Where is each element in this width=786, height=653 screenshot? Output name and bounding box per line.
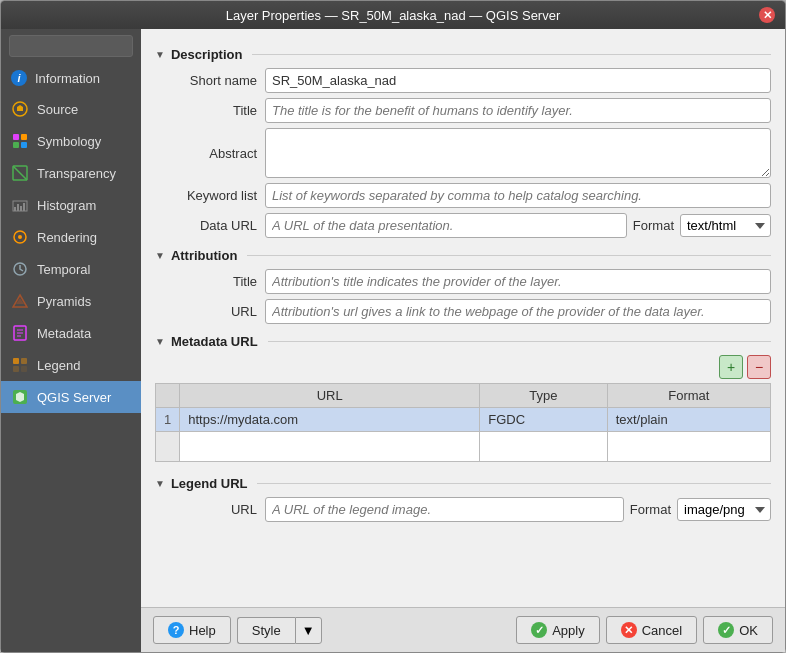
svg-rect-16 [21,366,27,372]
data-url-input[interactable] [265,213,627,238]
title-row: Title [155,98,771,123]
sidebar-item-source[interactable]: Source [1,93,141,125]
sidebar-item-transparency[interactable]: Transparency [1,157,141,189]
sidebar-item-histogram[interactable]: Histogram [1,189,141,221]
close-button[interactable]: ✕ [759,7,775,23]
sidebar-item-symbology[interactable]: Symbology [1,125,141,157]
description-title-input[interactable] [265,98,771,123]
panel-content: ▼ Description Short name Title Abstract [141,29,785,607]
histogram-icon [11,196,29,214]
description-collapse-icon[interactable]: ▼ [155,49,165,60]
metadata-url-section-header: ▼ Metadata URL [155,334,771,349]
description-title-label: Title [155,103,265,118]
sidebar-item-rendering-label: Rendering [37,230,97,245]
sidebar-item-temporal-label: Temporal [37,262,90,277]
legend-url-section-title: Legend URL [171,476,248,491]
sidebar-item-symbology-label: Symbology [37,134,101,149]
bottom-bar: ? Help Style ▼ ✓ Apply [141,607,785,652]
row-num-1: 1 [156,408,180,432]
abstract-input[interactable] [265,128,771,178]
apply-button[interactable]: ✓ Apply [516,616,600,644]
source-icon [11,100,29,118]
layer-properties-window: Layer Properties — SR_50M_alaska_nad — Q… [0,0,786,653]
legend-url-format-label: Format [630,502,671,517]
help-button[interactable]: ? Help [153,616,231,644]
data-url-row: Data URL Format text/html text/plain ima… [155,213,771,238]
right-panel: ▼ Description Short name Title Abstract [141,29,785,652]
legend-url-divider [257,483,771,484]
metadata-url-divider [268,341,771,342]
legend-url-format-select[interactable]: image/png image/jpeg text/html [677,498,771,521]
description-divider [252,54,771,55]
sidebar-item-qgis-server-label: QGIS Server [37,390,111,405]
table-row[interactable]: 1 https://mydata.com FGDC text/plain [156,408,771,432]
style-arrow-button[interactable]: ▼ [295,617,322,644]
col-rownum [156,384,180,408]
legend-url-input[interactable] [265,497,624,522]
sidebar-item-temporal[interactable]: Temporal [1,253,141,285]
ok-icon: ✓ [718,622,734,638]
keyword-list-label: Keyword list [155,188,265,203]
sidebar-item-transparency-label: Transparency [37,166,116,181]
description-section-title: Description [171,47,243,62]
qgis-server-icon [11,388,29,406]
attribution-url-label: URL [155,304,265,319]
keyword-list-input[interactable] [265,183,771,208]
data-url-format-select[interactable]: text/html text/plain image/png [680,214,771,237]
remove-metadata-url-button[interactable]: − [747,355,771,379]
titlebar: Layer Properties — SR_50M_alaska_nad — Q… [1,1,785,29]
sidebar-item-source-label: Source [37,102,78,117]
sidebar-item-pyramids[interactable]: Pyramids [1,285,141,317]
search-input[interactable] [9,35,133,57]
legend-icon [11,356,29,374]
metadata-url-section-title: Metadata URL [171,334,258,349]
row-format-1: text/plain [607,408,770,432]
data-url-label: Data URL [155,218,265,233]
legend-url-row: URL Format image/png image/jpeg text/htm… [155,497,771,522]
ok-label: OK [739,623,758,638]
metadata-url-collapse-icon[interactable]: ▼ [155,336,165,347]
metadata-icon [11,324,29,342]
svg-rect-4 [21,142,27,148]
col-format-header: Format [607,384,770,408]
legend-url-label: URL [155,502,265,517]
attribution-title-label: Title [155,274,265,289]
help-icon: ? [168,622,184,638]
symbology-icon [11,132,29,150]
sidebar-item-legend[interactable]: Legend [1,349,141,381]
abstract-label: Abstract [155,146,265,161]
temporal-icon [11,260,29,278]
col-url-header: URL [180,384,480,408]
information-icon: i [11,70,27,86]
sidebar-item-information[interactable]: i Information [1,63,141,93]
sidebar-item-histogram-label: Histogram [37,198,96,213]
rendering-icon [11,228,29,246]
sidebar-item-metadata[interactable]: Metadata [1,317,141,349]
cancel-button[interactable]: ✕ Cancel [606,616,697,644]
style-dropdown: Style ▼ [237,616,322,644]
short-name-input[interactable] [265,68,771,93]
description-section-header: ▼ Description [155,47,771,62]
sidebar-item-rendering[interactable]: Rendering [1,221,141,253]
sidebar-item-qgis-server[interactable]: QGIS Server [1,381,141,413]
short-name-row: Short name [155,68,771,93]
help-label: Help [189,623,216,638]
bottom-left-buttons: ? Help Style ▼ [153,616,322,644]
legend-url-collapse-icon[interactable]: ▼ [155,478,165,489]
attribution-url-input[interactable] [265,299,771,324]
attribution-collapse-icon[interactable]: ▼ [155,250,165,261]
row-url-1: https://mydata.com [180,408,480,432]
attribution-url-row: URL [155,299,771,324]
style-button[interactable]: Style [237,617,295,644]
attribution-section-header: ▼ Attribution [155,248,771,263]
table-row-empty [156,432,771,462]
ok-button[interactable]: ✓ OK [703,616,773,644]
sidebar-item-information-label: Information [35,71,100,86]
search-box [1,29,141,63]
add-metadata-url-button[interactable]: + [719,355,743,379]
attribution-title-input[interactable] [265,269,771,294]
svg-rect-2 [21,134,27,140]
bottom-right-buttons: ✓ Apply ✕ Cancel ✓ OK [516,616,773,644]
main-content: i Information Source Symbology Transpar [1,29,785,652]
col-type-header: Type [480,384,607,408]
